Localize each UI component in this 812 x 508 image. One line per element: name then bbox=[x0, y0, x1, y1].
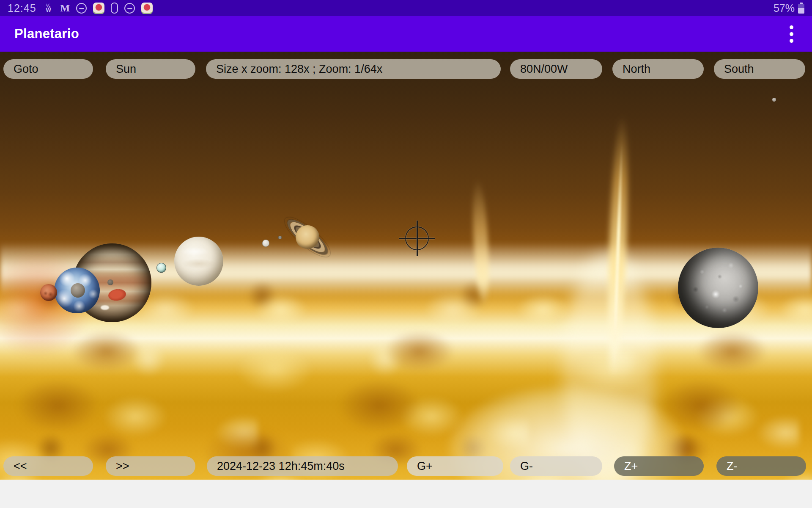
goto-button[interactable]: Goto bbox=[3, 59, 93, 79]
z-minus-button[interactable]: Z- bbox=[716, 456, 806, 476]
venus[interactable] bbox=[174, 237, 223, 286]
mars[interactable] bbox=[40, 284, 57, 301]
circular-app-icon bbox=[76, 3, 87, 14]
target-button[interactable]: Sun bbox=[106, 59, 195, 79]
zoom-info-button[interactable]: Size x zoom: 128x ; Zoom: 1/64x bbox=[206, 59, 501, 79]
navigation-bar bbox=[0, 480, 812, 508]
planetario-app-screen: 12:45 ¼ W M 57% Planetario bbox=[0, 0, 812, 508]
battery-icon bbox=[798, 3, 804, 14]
south-button[interactable]: South bbox=[714, 59, 805, 79]
distant-body[interactable] bbox=[772, 98, 776, 102]
battery-percent: 57% bbox=[774, 2, 795, 14]
page-title: Planetario bbox=[14, 26, 79, 41]
saturn[interactable] bbox=[278, 207, 337, 267]
coordinates-button[interactable]: 80N/00W bbox=[510, 59, 602, 79]
badge-icon bbox=[111, 3, 118, 14]
uranus[interactable] bbox=[262, 240, 269, 247]
moon[interactable] bbox=[71, 283, 85, 298]
sky-viewport[interactable] bbox=[0, 52, 812, 480]
jupiter-great-red-spot bbox=[107, 288, 126, 302]
step-back-button[interactable]: << bbox=[3, 456, 93, 476]
status-bar: 12:45 ¼ W M 57% bbox=[0, 0, 812, 16]
north-button[interactable]: North bbox=[612, 59, 704, 79]
jupiter-white-storm bbox=[101, 305, 109, 310]
crosshair-reticle bbox=[399, 221, 435, 256]
overflow-menu-icon[interactable] bbox=[785, 23, 798, 45]
clock: 12:45 bbox=[8, 2, 36, 14]
z-plus-button[interactable]: Z+ bbox=[614, 456, 704, 476]
weather-icon: ¼ W bbox=[43, 2, 54, 14]
g-plus-button[interactable]: G+ bbox=[407, 456, 503, 476]
notification-icons: ¼ W M bbox=[43, 2, 153, 14]
jupiter-moon[interactable] bbox=[107, 279, 113, 285]
circular-app-icon-2 bbox=[124, 3, 135, 14]
app-bar: Planetario bbox=[0, 16, 812, 52]
neptune[interactable] bbox=[156, 263, 166, 273]
gmail-icon: M bbox=[60, 2, 70, 14]
g-minus-button[interactable]: G- bbox=[510, 456, 602, 476]
red-app-icon-2 bbox=[141, 3, 153, 14]
step-forward-button[interactable]: >> bbox=[106, 456, 195, 476]
mercury[interactable] bbox=[678, 248, 758, 328]
red-app-icon bbox=[93, 3, 104, 14]
datetime-button[interactable]: 2024-12-23 12h:45m:40s bbox=[207, 456, 398, 476]
